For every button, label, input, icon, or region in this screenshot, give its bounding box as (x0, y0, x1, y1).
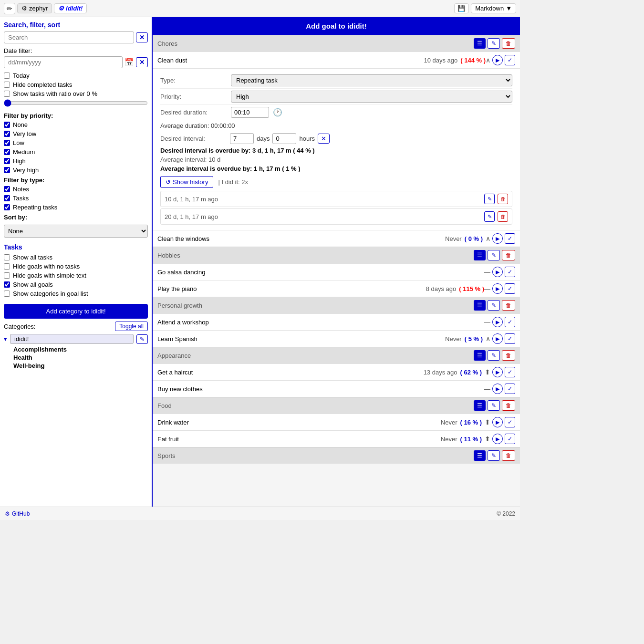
di-hours-unit: hours (299, 135, 315, 142)
detail-type-select[interactable]: Repeating task Task Note (231, 74, 512, 86)
task-check-btn-haircut[interactable]: ✓ (505, 367, 515, 377)
task-play-btn-piano[interactable]: ▶ (492, 283, 503, 294)
today-checkbox[interactable] (4, 73, 10, 79)
type-checkbox-notes[interactable] (4, 186, 10, 192)
history-edit-btn-1[interactable]: ✎ (484, 194, 495, 204)
github-icon: ⚙ (5, 510, 10, 517)
add-category-button[interactable]: Add category to ididit! (4, 304, 148, 319)
task-chevron-spanish[interactable]: ∧ (486, 335, 490, 343)
task-chevron-fruit[interactable]: ⬆ (485, 435, 490, 443)
history-delete-btn-2[interactable]: 🗑 (498, 211, 508, 222)
task-check-btn-clean-dust[interactable]: ✓ (505, 55, 515, 65)
category-delete-btn-sports[interactable]: 🗑 (502, 450, 515, 461)
priority-checkbox-low[interactable] (4, 140, 10, 146)
task-play-btn-clean-windows[interactable]: ▶ (492, 233, 503, 244)
category-edit-btn-appearance[interactable]: ✎ (488, 350, 500, 361)
history-delete-btn-1[interactable]: 🗑 (498, 194, 508, 204)
clear-date-button[interactable]: ✕ (136, 57, 148, 67)
task-check-btn-fruit[interactable]: ✓ (505, 434, 515, 444)
task-check-btn-piano[interactable]: ✓ (505, 283, 515, 294)
category-list-btn-hobbies[interactable]: ☰ (474, 250, 486, 260)
ratio-range[interactable] (4, 99, 148, 107)
task-check-btn-clothes[interactable]: ✓ (505, 384, 515, 394)
save-button[interactable]: 💾 (454, 3, 469, 13)
task-check-btn-workshop[interactable]: ✓ (505, 317, 515, 327)
category-chevron-ididit[interactable]: ▾ (4, 335, 7, 343)
task-double-chevron-haircut[interactable]: ⬆ (485, 368, 490, 376)
category-edit-btn-personal[interactable]: ✎ (488, 300, 500, 311)
sort-select[interactable]: None Name Priority Date (4, 225, 148, 238)
category-delete-btn-personal[interactable]: 🗑 (502, 300, 515, 311)
pencil-icon[interactable]: ✏ (4, 3, 15, 14)
detail-priority-select[interactable]: High None Very low Low Medium Very high (231, 91, 512, 103)
hide-no-tasks-checkbox[interactable] (4, 263, 10, 270)
category-edit-btn-sports[interactable]: ✎ (488, 450, 500, 461)
task-chevron-clean-dust[interactable]: ∧ (486, 56, 490, 64)
di-days-input[interactable] (230, 133, 254, 144)
category-actions-chores: ☰ ✎ 🗑 (474, 38, 515, 49)
history-edit-btn-2[interactable]: ✎ (484, 211, 495, 222)
task-play-btn-spanish[interactable]: ▶ (492, 333, 503, 344)
category-delete-btn-chores[interactable]: 🗑 (502, 38, 515, 49)
show-all-tasks-checkbox[interactable] (4, 254, 10, 260)
task-play-btn-fruit[interactable]: ▶ (492, 434, 503, 444)
zephyr-icon: ⚙ (21, 5, 27, 12)
i-did-it-text: | I did it: 2x (218, 178, 248, 186)
category-edit-btn-chores[interactable]: ✎ (488, 38, 500, 49)
calendar-icon[interactable]: 📅 (125, 58, 134, 67)
category-edit-button-ididit[interactable]: ✎ (136, 334, 148, 344)
task-chevron-water[interactable]: ⬆ (485, 418, 490, 426)
task-play-btn-workshop[interactable]: ▶ (492, 317, 503, 327)
toggle-all-button[interactable]: Toggle all (115, 322, 148, 331)
category-delete-btn-appearance[interactable]: 🗑 (502, 350, 515, 361)
priority-checkbox-high[interactable] (4, 158, 10, 164)
task-check-btn-water[interactable]: ✓ (505, 417, 515, 427)
clear-search-button[interactable]: ✕ (136, 32, 148, 42)
detail-type-label: Type: (160, 77, 227, 84)
task-play-btn-water[interactable]: ▶ (492, 417, 503, 427)
show-all-goals-row: Show all goals (4, 281, 148, 288)
task-play-btn-clean-dust[interactable]: ▶ (492, 55, 503, 65)
task-check-btn-salsa[interactable]: ✓ (505, 267, 515, 277)
category-list-btn-chores[interactable]: ☰ (474, 38, 486, 49)
history-row-2: 20 d, 1 h, 17 m ago ✎ 🗑 (160, 208, 512, 225)
type-row-tasks: Tasks (4, 195, 148, 202)
content: Add goal to ididit! Chores ☰ ✎ 🗑 Clean d… (153, 17, 520, 507)
type-checkbox-repeating-tasks[interactable] (4, 204, 10, 210)
category-edit-btn-hobbies[interactable]: ✎ (488, 250, 500, 260)
priority-checkbox-very-high[interactable] (4, 167, 10, 173)
category-list-btn-personal[interactable]: ☰ (474, 300, 486, 311)
category-delete-btn-hobbies[interactable]: 🗑 (502, 250, 515, 260)
priority-checkbox-very-low[interactable] (4, 131, 10, 137)
category-list-btn-food[interactable]: ☰ (474, 400, 486, 411)
show-all-goals-checkbox[interactable] (4, 281, 10, 288)
search-input[interactable] (4, 31, 134, 43)
task-check-btn-clean-windows[interactable]: ✓ (505, 233, 515, 244)
hide-simple-text-checkbox[interactable] (4, 272, 10, 279)
task-play-btn-clothes[interactable]: ▶ (492, 384, 503, 394)
hide-completed-checkbox[interactable] (4, 82, 10, 88)
di-clear-button[interactable]: ✕ (318, 134, 330, 144)
detail-duration-input[interactable] (231, 107, 269, 118)
task-check-btn-spanish[interactable]: ✓ (505, 333, 515, 344)
task-play-btn-salsa[interactable]: ▶ (492, 267, 503, 277)
di-hours-input[interactable] (272, 133, 296, 144)
show-ratio-checkbox[interactable] (4, 91, 10, 97)
show-history-button[interactable]: ↺ Show history (160, 176, 213, 188)
type-checkbox-tasks[interactable] (4, 195, 10, 201)
date-input[interactable] (4, 56, 123, 68)
category-edit-btn-food[interactable]: ✎ (488, 400, 500, 411)
priority-checkbox-none[interactable] (4, 122, 10, 128)
task-chevron-clean-windows[interactable]: ∧ (486, 235, 490, 242)
tab-zephyr[interactable]: ⚙ zephyr (17, 3, 52, 13)
task-row-piano: Play the piano 8 days ago ( 115 % ) — ▶ … (153, 280, 520, 297)
task-play-btn-haircut[interactable]: ▶ (492, 367, 503, 377)
priority-checkbox-medium[interactable] (4, 149, 10, 155)
github-link[interactable]: ⚙ GitHub (5, 510, 30, 517)
tab-ididit[interactable]: ⚙ ididit! (54, 3, 87, 13)
category-delete-btn-food[interactable]: 🗑 (502, 400, 515, 411)
category-list-btn-sports[interactable]: ☰ (474, 450, 486, 461)
format-select[interactable]: Markdown ▼ (471, 3, 516, 13)
show-categories-checkbox[interactable] (4, 291, 10, 297)
category-list-btn-appearance[interactable]: ☰ (474, 350, 486, 361)
